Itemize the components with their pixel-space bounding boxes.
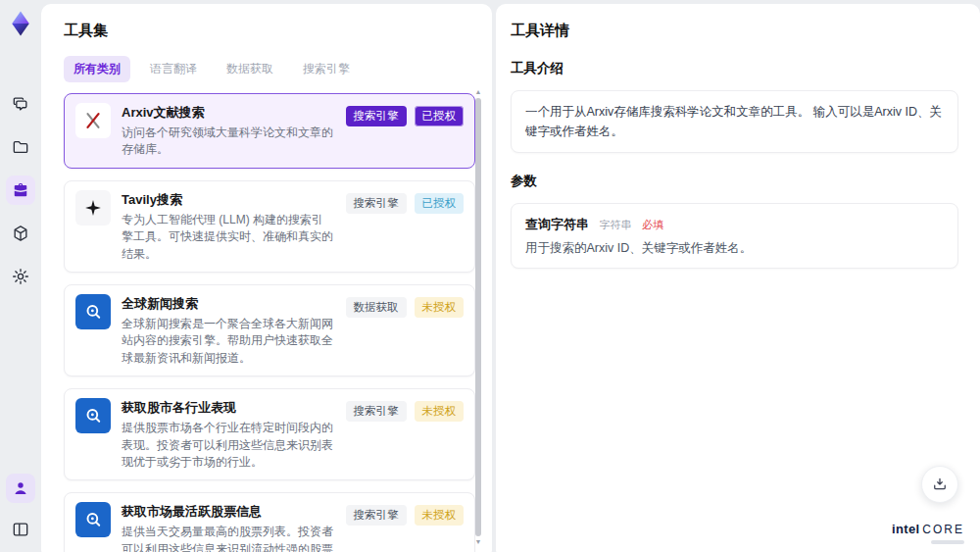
sidebar-item-models[interactable] xyxy=(6,219,35,248)
briefcase-icon xyxy=(11,180,30,200)
intro-heading: 工具介绍 xyxy=(511,60,958,77)
category-badge: 搜索引擎 xyxy=(346,193,407,214)
panel-layout-icon xyxy=(11,520,30,539)
scrollbar-thumb[interactable] xyxy=(475,98,481,536)
tool-title: Arxiv文献搜索 xyxy=(122,104,335,122)
intel-wordmark: intel xyxy=(892,522,919,536)
cube-icon xyxy=(11,224,30,243)
news-search-icon xyxy=(75,294,111,329)
intro-text: 一个用于从Arxiv存储库搜索科学论文和文章的工具。 输入可以是Arxiv ID… xyxy=(525,102,944,141)
sidebar-item-account[interactable] xyxy=(6,474,35,503)
tab-language-translation[interactable]: 语言翻译 xyxy=(140,56,207,82)
tool-title: 获取股市各行业表现 xyxy=(122,399,335,417)
auth-status-badge: 未授权 xyxy=(415,401,465,422)
news-search-icon xyxy=(75,398,111,433)
details-title: 工具详情 xyxy=(511,22,958,40)
category-badge: 搜索引擎 xyxy=(346,401,407,422)
download-button[interactable] xyxy=(921,466,958,503)
param-description: 用于搜索的Arxiv ID、关键字或作者姓名。 xyxy=(525,240,944,257)
intro-box: 一个用于从Arxiv存储库搜索科学论文和文章的工具。 输入可以是Arxiv ID… xyxy=(511,90,958,153)
tab-all-categories[interactable]: 所有类别 xyxy=(64,56,130,82)
params-heading: 参数 xyxy=(511,173,958,190)
tool-title: Tavily搜索 xyxy=(122,191,335,209)
page-title: 工具集 xyxy=(64,22,478,40)
core-wordmark: core xyxy=(922,523,964,536)
intel-logo-subtext-blur xyxy=(931,540,964,544)
app-sidebar xyxy=(0,0,41,552)
download-icon xyxy=(931,476,949,493)
tool-card-tavily[interactable]: Tavily搜索 专为人工智能代理 (LLM) 构建的搜索引擎工具。可快速提供实… xyxy=(64,180,475,273)
sidebar-item-tools[interactable] xyxy=(6,176,35,205)
param-header: 查询字符串 字符串 必填 xyxy=(525,215,944,233)
sidebar-item-panel-toggle[interactable] xyxy=(6,515,35,544)
auth-status-badge: 未授权 xyxy=(415,297,465,318)
arxiv-icon xyxy=(75,103,111,138)
tavily-star-icon xyxy=(75,190,111,226)
list-scrollbar[interactable]: ▲ ▼ xyxy=(474,88,482,546)
auth-status-badge: 已授权 xyxy=(415,193,465,214)
sidebar-item-files[interactable] xyxy=(6,132,35,162)
tool-description: 访问各个研究领域大量科学论文和文章的存储库。 xyxy=(122,125,335,159)
param-type: 字符串 xyxy=(599,219,631,230)
folder-icon xyxy=(11,137,30,157)
tool-description: 专为人工智能代理 (LLM) 构建的搜索引擎工具。可快速提供实时、准确和真实的结… xyxy=(122,212,335,263)
tool-card-list: Arxiv文献搜索 访问各个研究领域大量科学论文和文章的存储库。 搜索引擎 已授… xyxy=(64,93,475,552)
tool-description: 全球新闻搜索是一个聚合全球各大新闻网站内容的搜索引擎。帮助用户快速获取全球最新资… xyxy=(122,316,335,367)
category-tabs: 所有类别 语言翻译 数据获取 搜索引擎 xyxy=(64,56,478,82)
param-box: 查询字符串 字符串 必填 用于搜索的Arxiv ID、关键字或作者姓名。 xyxy=(511,203,958,269)
sidebar-item-chat[interactable] xyxy=(6,89,35,119)
category-badge: 搜索引擎 xyxy=(346,505,407,526)
tool-title: 获取市场最活跃股票信息 xyxy=(122,503,335,521)
tool-description: 提供股票市场各个行业在特定时间段内的表现。投资者可以利用这些信息来识别表现优于或… xyxy=(122,420,335,471)
param-name: 查询字符串 xyxy=(525,217,589,231)
category-badge: 数据获取 xyxy=(346,297,407,318)
news-search-icon xyxy=(75,502,111,537)
sidebar-item-settings[interactable] xyxy=(6,262,35,291)
app-logo xyxy=(6,9,35,38)
tool-card-arxiv[interactable]: Arxiv文献搜索 访问各个研究领域大量科学论文和文章的存储库。 搜索引擎 已授… xyxy=(64,93,475,169)
tool-description: 提供当天交易量最高的股票列表。投资者可以利用这些信息来识别流动性强的股票和潜在的… xyxy=(122,524,335,552)
scroll-down-icon[interactable]: ▼ xyxy=(475,538,482,546)
auth-status-badge: 未授权 xyxy=(415,505,465,526)
tool-details-panel: 工具详情 工具介绍 一个用于从Arxiv存储库搜索科学论文和文章的工具。 输入可… xyxy=(496,4,980,552)
tab-data-fetching[interactable]: 数据获取 xyxy=(217,56,283,82)
tool-card-sector-performance[interactable]: 获取股市各行业表现 提供股票市场各个行业在特定时间段内的表现。投资者可以利用这些… xyxy=(64,388,475,480)
scroll-up-icon[interactable]: ▲ xyxy=(475,88,482,96)
tool-title: 全球新闻搜索 xyxy=(122,295,335,313)
gear-icon xyxy=(11,267,30,286)
param-required-badge: 必填 xyxy=(642,219,663,230)
tool-card-global-news[interactable]: 全球新闻搜索 全球新闻搜索是一个聚合全球各大新闻网站内容的搜索引擎。帮助用户快速… xyxy=(64,284,475,376)
auth-status-badge: 已授权 xyxy=(415,106,465,126)
category-badge: 搜索引擎 xyxy=(346,106,407,126)
chat-icon xyxy=(11,94,30,114)
toolset-panel: 工具集 所有类别 语言翻译 数据获取 搜索引擎 Arxiv文献搜索 访问各个研究… xyxy=(41,4,492,552)
tab-search-engine[interactable]: 搜索引擎 xyxy=(293,56,360,82)
user-icon xyxy=(12,479,29,497)
intel-core-logo: intelcore xyxy=(892,520,964,544)
tool-card-active-stocks[interactable]: 获取市场最活跃股票信息 提供当天交易量最高的股票列表。投资者可以利用这些信息来识… xyxy=(64,492,475,552)
